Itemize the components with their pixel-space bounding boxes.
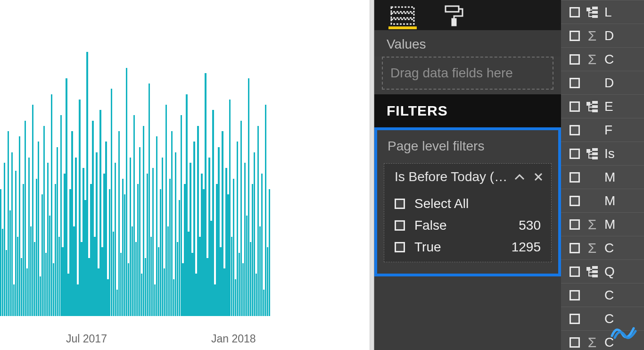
checkbox[interactable] — [570, 54, 580, 65]
sigma-icon: Σ — [586, 51, 598, 67]
chart-bar — [143, 126, 144, 316]
chart-bar — [13, 284, 15, 316]
field-name-label: M — [604, 217, 615, 232]
close-icon[interactable] — [531, 170, 545, 184]
format-tab[interactable] — [440, 5, 469, 26]
filter-option[interactable]: False 530 — [395, 215, 541, 236]
chart-bar — [21, 258, 22, 316]
field-item[interactable]: Q — [561, 259, 644, 283]
field-item[interactable]: L — [561, 0, 644, 24]
field-item[interactable]: E — [561, 94, 644, 118]
sigma-icon: Σ — [586, 240, 598, 256]
chart-bar — [182, 263, 183, 316]
chart-bar — [47, 163, 49, 316]
chart-bar — [139, 147, 140, 316]
sigma-icon: Σ — [586, 28, 598, 44]
checkbox[interactable] — [570, 125, 580, 135]
chart-bar — [64, 174, 65, 316]
checkbox[interactable] — [570, 7, 580, 17]
chart-bar — [175, 152, 176, 316]
chart-bar — [173, 279, 174, 316]
checkbox[interactable] — [570, 149, 580, 159]
field-item[interactable]: D — [561, 71, 644, 94]
column-chart[interactable] — [0, 52, 273, 316]
chart-bar — [199, 237, 200, 316]
x-tick-label: Jan 2018 — [211, 333, 256, 345]
field-item[interactable]: ΣM — [561, 212, 644, 236]
field-name-label: L — [604, 5, 612, 20]
paint-roller-icon — [444, 5, 465, 26]
checkbox[interactable] — [570, 31, 580, 41]
chart-bar — [227, 194, 229, 316]
field-name-label: D — [604, 75, 614, 91]
chart-bar — [156, 136, 157, 316]
chart-bar — [130, 158, 131, 316]
checkbox[interactable] — [570, 337, 580, 348]
checkbox[interactable] — [570, 101, 580, 112]
checkbox[interactable] — [395, 242, 405, 252]
field-item[interactable]: Is — [561, 142, 644, 165]
field-item[interactable]: M — [561, 189, 644, 212]
chart-bar — [73, 226, 74, 316]
chart-bar — [19, 136, 20, 316]
checkbox[interactable] — [570, 172, 580, 183]
chart-bar — [66, 78, 67, 316]
chart-bar — [216, 184, 217, 316]
filter-option[interactable]: True 1295 — [395, 236, 541, 258]
checkbox[interactable] — [395, 199, 405, 209]
field-name-label: C — [604, 52, 614, 67]
chart-bar — [197, 126, 198, 316]
filter-option-select-all[interactable]: Select All — [395, 193, 541, 215]
chart-bar — [252, 184, 253, 316]
fields-tab[interactable] — [388, 5, 417, 26]
chart-bar — [107, 279, 108, 316]
field-item[interactable]: ΣC — [561, 236, 644, 259]
chart-bar — [203, 189, 204, 316]
chart-bar — [167, 226, 169, 316]
field-item[interactable]: ΣC — [561, 47, 644, 71]
chart-bar — [90, 184, 91, 316]
chart-bar — [34, 242, 35, 316]
report-canvas[interactable]: Jul 2017 Jan 2018 — [0, 0, 370, 350]
checkbox[interactable] — [570, 78, 580, 88]
chart-bar — [190, 163, 191, 316]
field-name-label: E — [604, 99, 613, 114]
field-name-label: Is — [604, 146, 615, 161]
checkbox[interactable] — [570, 243, 580, 253]
filter-card[interactable]: Is Before Today (A... Select All — [384, 163, 552, 262]
field-item[interactable]: ΣD — [561, 24, 644, 47]
chart-bar — [49, 216, 50, 316]
chart-bar — [150, 237, 152, 316]
checkbox[interactable] — [570, 267, 580, 277]
chart-bar — [171, 131, 173, 316]
chart-bar — [88, 258, 90, 316]
field-item[interactable]: M — [561, 165, 644, 189]
chart-bar — [9, 210, 11, 316]
checkbox[interactable] — [570, 219, 580, 230]
chevron-up-icon[interactable] — [512, 170, 527, 184]
chart-bar — [263, 290, 264, 316]
checkbox[interactable] — [570, 196, 580, 206]
field-item[interactable]: C — [561, 283, 644, 307]
chart-bar — [186, 94, 187, 316]
chart-bar — [11, 152, 13, 316]
chart-bar — [103, 174, 105, 316]
hierarchy-icon — [586, 101, 598, 112]
chart-bar — [223, 268, 225, 316]
chart-bar — [43, 126, 45, 316]
chart-bar — [254, 152, 255, 316]
checkbox[interactable] — [570, 290, 580, 300]
checkbox[interactable] — [570, 314, 580, 324]
chart-bar — [193, 142, 195, 316]
chart-bar — [51, 94, 52, 316]
checkbox[interactable] — [395, 220, 405, 231]
pane-divider[interactable] — [370, 0, 374, 350]
chart-bar — [109, 189, 110, 316]
chart-bar — [53, 263, 54, 316]
chart-bar — [92, 121, 93, 316]
field-item[interactable]: F — [561, 118, 644, 142]
field-name-label: Q — [604, 264, 615, 279]
hierarchy-icon — [586, 148, 598, 159]
subscribe-badge-icon[interactable] — [608, 322, 640, 342]
values-dropzone[interactable]: Drag data fields here — [382, 57, 553, 90]
